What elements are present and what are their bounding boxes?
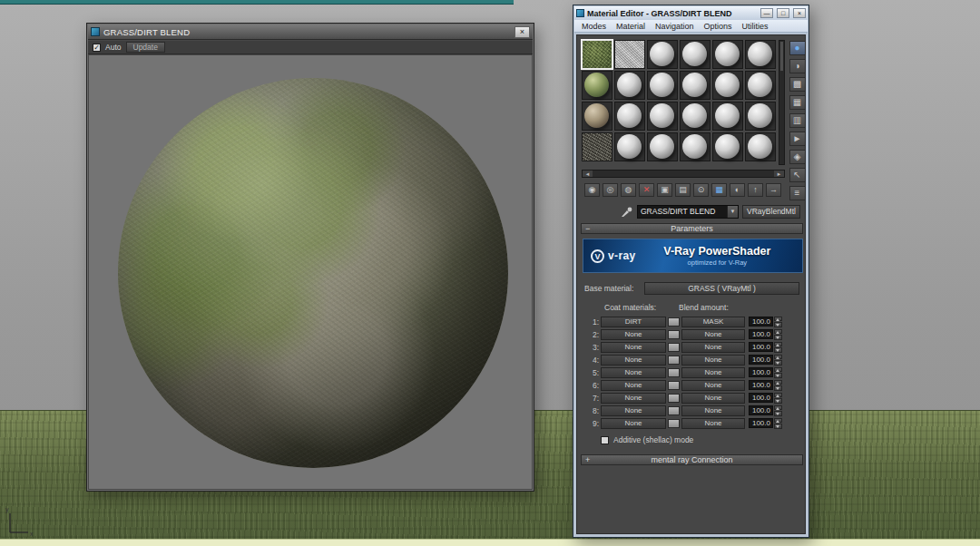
blend-amount-field[interactable]: 100.0 [749, 317, 773, 327]
sample-slot[interactable] [745, 40, 776, 69]
blend-material-button[interactable]: None [681, 367, 745, 378]
sample-slot[interactable] [680, 102, 710, 131]
go-to-parent-icon[interactable]: ↑ [748, 183, 763, 197]
close-button[interactable]: × [793, 8, 806, 18]
blend-color-swatch[interactable] [668, 419, 680, 428]
sample-slot[interactable] [680, 71, 710, 100]
sample-slot-grass[interactable] [582, 71, 612, 100]
blend-amount-field[interactable]: 100.0 [749, 329, 773, 339]
background-icon[interactable]: ▩ [789, 77, 806, 92]
blend-amount-spinner[interactable] [774, 393, 782, 404]
sample-slot[interactable] [680, 40, 710, 69]
blend-material-button[interactable]: None [681, 405, 745, 416]
blend-amount-spinner[interactable] [774, 405, 782, 416]
sample-slot[interactable] [745, 102, 776, 131]
sample-slot-active[interactable] [582, 40, 612, 69]
options-icon[interactable]: ◈ [789, 150, 806, 164]
blend-material-button[interactable]: None [681, 393, 745, 404]
blend-amount-spinner[interactable] [774, 355, 782, 366]
select-by-material-icon[interactable]: ↖ [789, 168, 806, 182]
sample-slot[interactable] [712, 132, 743, 161]
menu-navigation[interactable]: Navigation [655, 22, 694, 31]
slot-horizontal-scrollbar[interactable]: ◄ ► [582, 170, 785, 178]
blend-amount-spinner[interactable] [774, 342, 782, 353]
assign-material-icon[interactable]: ◍ [621, 183, 636, 197]
blend-material-button[interactable]: None [681, 355, 745, 366]
coat-material-button[interactable]: None [601, 405, 666, 416]
reset-map-icon[interactable]: ✕ [639, 183, 654, 197]
maximize-button[interactable]: □ [777, 8, 789, 18]
update-button[interactable]: Update [126, 42, 165, 53]
sample-slot[interactable] [712, 102, 743, 131]
sample-slot-dirt[interactable] [582, 102, 612, 131]
coat-material-button[interactable]: DIRT [601, 317, 666, 327]
blend-amount-field[interactable]: 100.0 [749, 418, 773, 428]
go-forward-to-sibling-icon[interactable]: → [766, 183, 781, 197]
auto-checkbox[interactable]: ✓ [93, 44, 101, 52]
material-id-channel-icon[interactable]: ⊙ [693, 183, 709, 197]
sample-slot[interactable] [712, 71, 743, 100]
close-icon[interactable]: × [514, 26, 530, 38]
sample-slot[interactable] [647, 102, 678, 131]
sample-slot-dark-map[interactable] [582, 132, 612, 161]
get-material-icon[interactable]: ◉ [584, 183, 600, 197]
blend-amount-spinner[interactable] [774, 367, 782, 378]
video-color-check-icon[interactable]: ▥ [789, 113, 806, 128]
blend-amount-spinner[interactable] [774, 329, 782, 340]
sample-slot-map[interactable] [614, 40, 645, 69]
blend-color-swatch[interactable] [668, 368, 680, 377]
make-preview-icon[interactable]: ► [789, 132, 806, 146]
blend-color-swatch[interactable] [668, 381, 680, 390]
blend-amount-field[interactable]: 100.0 [749, 393, 773, 403]
coat-material-button[interactable]: None [601, 355, 666, 366]
preview-titlebar[interactable]: GRASS/DIRT BLEND × [88, 24, 533, 40]
blend-material-button[interactable]: None [681, 342, 745, 353]
menu-modes[interactable]: Modes [582, 22, 606, 31]
blend-amount-spinner[interactable] [774, 317, 782, 327]
material-editor-titlebar[interactable]: Material Editor - GRASS/DIRT BLEND — □ × [574, 6, 808, 20]
blend-amount-field[interactable]: 100.0 [749, 380, 773, 390]
blend-material-button[interactable]: MASK [681, 317, 745, 327]
material-name-dropdown[interactable]: GRASS/DIRT BLEND ▼ [637, 205, 739, 219]
additive-mode-checkbox[interactable] [601, 436, 609, 444]
sample-slot[interactable] [680, 132, 710, 161]
menu-utilities[interactable]: Utilities [742, 22, 769, 31]
scroll-left-icon[interactable]: ◄ [583, 171, 593, 177]
blend-color-swatch[interactable] [668, 406, 680, 415]
blend-material-button[interactable]: None [681, 329, 745, 340]
menu-material[interactable]: Material [616, 22, 645, 31]
sample-slot[interactable] [745, 71, 776, 100]
rollout-mental-ray[interactable]: + mental ray Connection [581, 454, 803, 465]
chevron-down-icon[interactable]: ▼ [727, 206, 738, 218]
minimize-button[interactable]: — [760, 8, 773, 18]
sample-slot[interactable] [614, 102, 645, 131]
blend-amount-spinner[interactable] [774, 380, 782, 391]
sample-uv-tiling-icon[interactable]: ▦ [789, 95, 806, 110]
material-type-button[interactable]: VRayBlendMtl [742, 205, 800, 219]
sample-slot[interactable] [647, 71, 678, 100]
menu-options[interactable]: Options [704, 22, 732, 31]
blend-amount-field[interactable]: 100.0 [749, 405, 773, 415]
sample-type-icon[interactable]: ● [789, 41, 806, 55]
blend-color-swatch[interactable] [668, 343, 680, 352]
show-map-in-viewport-icon[interactable]: ▦ [711, 183, 727, 197]
slot-vertical-scrollbar[interactable] [779, 40, 785, 165]
coat-material-button[interactable]: None [601, 418, 666, 429]
blend-color-swatch[interactable] [668, 356, 680, 365]
make-material-copy-icon[interactable]: ▣ [657, 183, 672, 197]
material-map-navigator-icon[interactable]: ≡ [789, 186, 806, 200]
blend-color-swatch[interactable] [668, 394, 680, 403]
blend-material-button[interactable]: None [681, 418, 745, 429]
sample-slot[interactable] [614, 71, 645, 100]
blend-material-button[interactable]: None [681, 380, 745, 391]
base-material-button[interactable]: GRASS ( VRayMtl ) [644, 282, 799, 295]
sample-slot[interactable] [614, 132, 645, 161]
blend-amount-field[interactable]: 100.0 [749, 367, 773, 377]
backlight-icon[interactable]: ◑ [789, 59, 806, 73]
put-to-library-icon[interactable]: ▤ [675, 183, 691, 197]
blend-amount-field[interactable]: 100.0 [749, 355, 773, 365]
pick-material-eyedropper-icon[interactable] [621, 205, 633, 218]
sample-slot[interactable] [647, 132, 678, 161]
coat-material-button[interactable]: None [601, 329, 666, 340]
coat-material-button[interactable]: None [601, 342, 666, 353]
